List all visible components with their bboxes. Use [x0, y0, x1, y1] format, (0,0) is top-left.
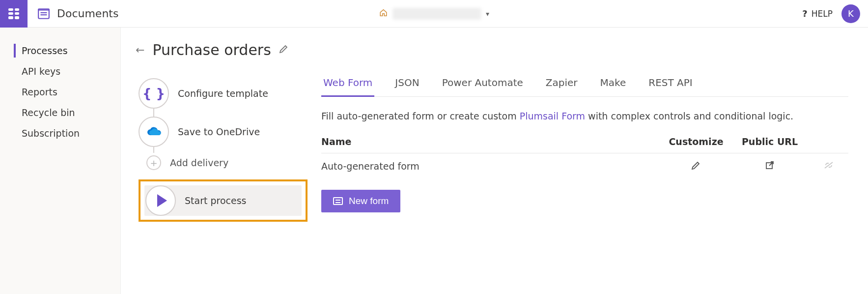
step-label: Save to OneDrive: [178, 126, 260, 137]
sidebar-item-subscription[interactable]: Subscription: [0, 123, 120, 144]
public-url-button[interactable]: [730, 160, 809, 172]
chevron-down-icon: ▾: [486, 10, 489, 18]
topbar-title: Documents: [57, 7, 118, 20]
home-icon: [379, 8, 388, 19]
new-form-label: New form: [349, 196, 389, 206]
edit-title-button[interactable]: [279, 44, 289, 56]
sidebar-item-label: Processes: [22, 45, 68, 56]
onedrive-icon: [145, 126, 162, 137]
form-name: Auto-generated form: [321, 161, 662, 172]
tab-make[interactable]: Make: [598, 77, 628, 97]
forms-table: Name Customize Public URL Auto-generated…: [321, 136, 848, 179]
col-customize-header: Customize: [662, 136, 730, 147]
avatar[interactable]: K: [841, 4, 860, 23]
step-start-process[interactable]: Start process: [144, 185, 302, 216]
customize-form-button[interactable]: [662, 160, 730, 172]
page-title: Purchase orders: [152, 41, 271, 59]
broken-link-icon: [823, 160, 835, 170]
sidebar: Processes API keys Reports Recycle bin S…: [0, 28, 121, 294]
col-name-header: Name: [321, 136, 662, 147]
app-waffle-button[interactable]: [0, 0, 28, 28]
new-form-button[interactable]: New form: [321, 190, 400, 212]
help-button[interactable]: ? HELP: [802, 8, 833, 19]
braces-icon: { }: [142, 86, 165, 101]
col-public-header: Public URL: [730, 136, 809, 147]
pencil-icon: [691, 160, 701, 170]
sidebar-item-label: Reports: [22, 87, 57, 97]
step-add-delivery[interactable]: + Add delivery: [139, 151, 308, 175]
sidebar-item-api-keys[interactable]: API keys: [0, 61, 120, 82]
table-row: Auto-generated form: [321, 153, 848, 179]
step-label: Configure template: [178, 88, 268, 99]
tab-rest-api[interactable]: REST API: [646, 77, 694, 97]
tab-web-form[interactable]: Web Form: [321, 77, 374, 97]
tab-power-automate[interactable]: Power Automate: [440, 77, 525, 97]
step-label: Start process: [185, 195, 246, 206]
play-icon: [157, 194, 167, 207]
help-label: HELP: [812, 9, 833, 19]
sidebar-item-label: Subscription: [22, 128, 80, 139]
plus-icon: +: [146, 155, 161, 170]
process-steps: { } Configure template Save to OneDrive: [136, 74, 308, 222]
sidebar-item-recycle-bin[interactable]: Recycle bin: [0, 102, 120, 123]
plumsail-form-link[interactable]: Plumsail Form: [520, 111, 585, 121]
page-heading: ← Purchase orders: [136, 41, 308, 59]
sidebar-item-label: API keys: [22, 66, 60, 77]
forms-table-header: Name Customize Public URL: [321, 136, 848, 153]
tab-json[interactable]: JSON: [393, 77, 421, 97]
sidebar-item-processes[interactable]: Processes: [0, 40, 120, 61]
waffle-icon: [8, 8, 19, 19]
back-arrow-button[interactable]: ←: [136, 44, 144, 56]
step-save-onedrive[interactable]: Save to OneDrive: [139, 113, 308, 151]
topbar: Documents ▾ ? HELP K: [0, 0, 868, 28]
step-configure-template[interactable]: { } Configure template: [139, 74, 308, 113]
external-link-icon: [765, 160, 775, 170]
account-selector[interactable]: ▾: [379, 8, 489, 20]
sidebar-item-label: Recycle bin: [22, 107, 75, 118]
tab-zapier[interactable]: Zapier: [544, 77, 580, 97]
account-email: [392, 8, 481, 20]
help-icon: ?: [802, 8, 807, 19]
step-highlight: Start process: [139, 179, 308, 222]
sidebar-item-reports[interactable]: Reports: [0, 82, 120, 102]
start-tabs: Web Form JSON Power Automate Zapier Make…: [321, 77, 848, 97]
form-icon: [333, 197, 343, 205]
link-disabled-icon: [809, 160, 848, 172]
documents-icon: [37, 8, 50, 19]
avatar-initial: K: [848, 8, 854, 19]
tab-description: Fill auto-generated form or create custo…: [321, 111, 848, 121]
step-label: Add delivery: [170, 157, 228, 168]
